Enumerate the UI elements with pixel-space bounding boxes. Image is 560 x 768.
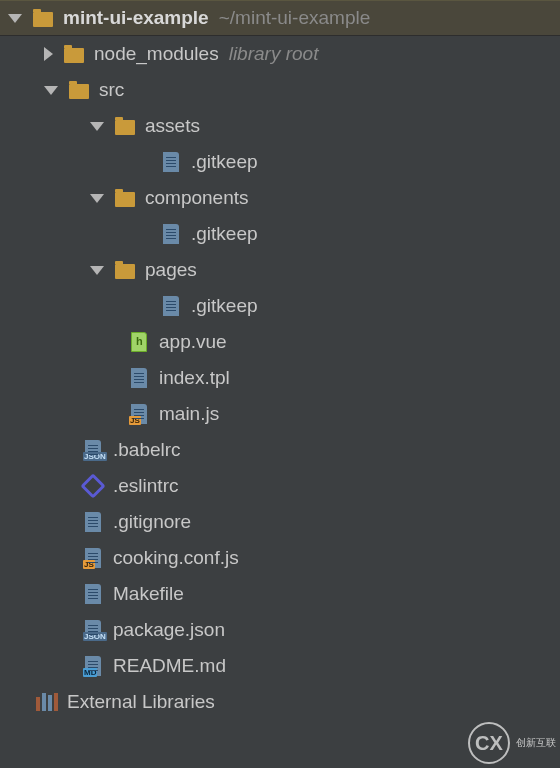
tree-row-cooking[interactable]: JS cooking.conf.js <box>0 540 560 576</box>
file-label: index.tpl <box>159 367 230 389</box>
file-label: main.js <box>159 403 219 425</box>
folder-icon <box>114 259 136 281</box>
js-file-icon: JS <box>82 547 104 569</box>
expand-arrow-icon[interactable] <box>8 14 22 23</box>
tree-row-main-js[interactable]: JS main.js <box>0 396 560 432</box>
folder-label: components <box>145 187 249 209</box>
file-icon <box>160 223 182 245</box>
tree-row-index-tpl[interactable]: index.tpl <box>0 360 560 396</box>
tree-row-node-modules[interactable]: node_modules library root <box>0 36 560 72</box>
tree-row-gitignore[interactable]: .gitignore <box>0 504 560 540</box>
watermark-text: 创新互联 <box>516 736 556 750</box>
project-name: mint-ui-example <box>63 7 209 29</box>
file-icon <box>128 367 150 389</box>
tree-row-assets[interactable]: assets <box>0 108 560 144</box>
file-icon <box>160 151 182 173</box>
tree-row-external-libraries[interactable]: External Libraries <box>0 684 560 720</box>
folder-icon <box>114 187 136 209</box>
tree-row-readme[interactable]: MD README.md <box>0 648 560 684</box>
tree-row-package[interactable]: JSON package.json <box>0 612 560 648</box>
folder-icon <box>114 115 136 137</box>
tree-row-gitkeep[interactable]: .gitkeep <box>0 288 560 324</box>
file-icon <box>82 583 104 605</box>
file-icon <box>82 511 104 533</box>
file-label: .gitkeep <box>191 295 258 317</box>
tree-row-babelrc[interactable]: JSON .babelrc <box>0 432 560 468</box>
folder-label: node_modules <box>94 43 219 65</box>
tree-row-root[interactable]: mint-ui-example ~/mint-ui-example <box>0 0 560 36</box>
tree-row-gitkeep[interactable]: .gitkeep <box>0 216 560 252</box>
file-label: package.json <box>113 619 225 641</box>
folder-icon <box>63 43 85 65</box>
library-icon <box>36 691 58 713</box>
json-file-icon: JSON <box>82 439 104 461</box>
expand-arrow-icon[interactable] <box>44 86 58 95</box>
expand-arrow-icon[interactable] <box>90 266 104 275</box>
collapse-arrow-icon[interactable] <box>44 47 53 61</box>
file-label: README.md <box>113 655 226 677</box>
folder-icon <box>32 7 54 29</box>
tree-row-makefile[interactable]: Makefile <box>0 576 560 612</box>
folder-label: assets <box>145 115 200 137</box>
folder-icon <box>68 79 90 101</box>
js-file-icon: JS <box>128 403 150 425</box>
expand-arrow-icon[interactable] <box>90 194 104 203</box>
project-path: ~/mint-ui-example <box>219 7 371 29</box>
file-label: .gitignore <box>113 511 191 533</box>
external-libraries-label: External Libraries <box>67 691 215 713</box>
file-icon <box>160 295 182 317</box>
file-label: app.vue <box>159 331 227 353</box>
file-label: .babelrc <box>113 439 181 461</box>
watermark-logo-icon: CX <box>468 722 510 764</box>
expand-arrow-icon[interactable] <box>90 122 104 131</box>
file-label: .eslintrc <box>113 475 178 497</box>
tree-row-eslintrc[interactable]: .eslintrc <box>0 468 560 504</box>
eslint-file-icon <box>82 475 104 497</box>
library-root-label: library root <box>229 43 319 65</box>
file-label: cooking.conf.js <box>113 547 239 569</box>
tree-row-components[interactable]: components <box>0 180 560 216</box>
file-label: .gitkeep <box>191 151 258 173</box>
watermark: CX 创新互联 <box>468 722 556 764</box>
md-file-icon: MD <box>82 655 104 677</box>
tree-row-app-vue[interactable]: app.vue <box>0 324 560 360</box>
folder-label: pages <box>145 259 197 281</box>
tree-row-pages[interactable]: pages <box>0 252 560 288</box>
tree-row-gitkeep[interactable]: .gitkeep <box>0 144 560 180</box>
file-label: .gitkeep <box>191 223 258 245</box>
folder-label: src <box>99 79 124 101</box>
json-file-icon: JSON <box>82 619 104 641</box>
file-label: Makefile <box>113 583 184 605</box>
vue-file-icon <box>128 331 150 353</box>
tree-row-src[interactable]: src <box>0 72 560 108</box>
